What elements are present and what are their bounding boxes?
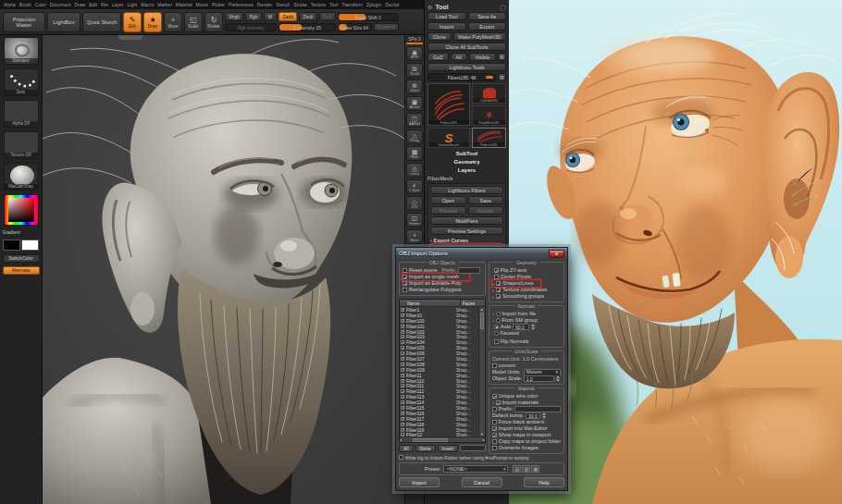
scroll-thumb[interactable]	[480, 313, 484, 329]
selection-field[interactable]	[460, 445, 486, 451]
current-material-thumbnail[interactable]: MatCap Gray	[4, 163, 39, 191]
right-shelf-button[interactable]: + Move	[406, 229, 423, 244]
fibers-preview-button[interactable]: Preview	[430, 206, 466, 215]
dynamic-toggle[interactable]: Dynamic	[374, 23, 399, 31]
section-geometry[interactable]: Geometry	[427, 158, 506, 166]
menu-item[interactable]: Brush	[19, 2, 31, 7]
import-button[interactable]: Import	[427, 22, 466, 31]
make-polymesh3d-button[interactable]: Make PolyMesh3D	[453, 32, 506, 41]
unique-wire-checkbox[interactable]	[492, 394, 497, 399]
import-materials-checkbox[interactable]	[496, 400, 501, 405]
menu-item[interactable]: Zplugin	[366, 2, 381, 7]
zsub-button[interactable]: Zsub	[299, 12, 316, 21]
fibers-accept-button[interactable]: Accept	[468, 206, 504, 215]
zcut-button[interactable]: Zcut	[319, 12, 336, 21]
lightbox-fibers-button[interactable]: Lightbox» Fibers	[430, 186, 503, 194]
right-shelf-button[interactable]: ▣ Actual	[406, 96, 423, 111]
select-all-button[interactable]: All	[399, 445, 414, 452]
select-none-button[interactable]: None	[415, 445, 436, 452]
current-tool-thumbnail[interactable]: Fibers185	[427, 83, 470, 126]
import-confirm-button[interactable]: Import	[399, 477, 440, 487]
color-picker[interactable]	[4, 194, 39, 226]
clone-all-subtools-button[interactable]: Clone All SubTools	[427, 43, 506, 51]
draw-size-slider[interactable]: Draw Size 64	[338, 23, 372, 31]
menu-item[interactable]: Preferences	[229, 2, 254, 7]
object-row-checkbox[interactable]	[401, 406, 404, 410]
object-row-checkbox[interactable]	[401, 368, 404, 372]
object-row-checkbox[interactable]	[401, 433, 404, 436]
column-name[interactable]: Name	[400, 300, 461, 306]
dialog-titlebar[interactable]: OBJ Import Options ✕	[396, 248, 567, 259]
auto-spinner[interactable]	[531, 324, 536, 330]
scale-button[interactable]: ◱ Scale	[184, 12, 203, 32]
right-shelf-button[interactable]: ◉ BPR	[406, 46, 423, 61]
flip-normals-checkbox[interactable]	[494, 339, 499, 344]
object-row-checkbox[interactable]	[401, 389, 404, 393]
import-mat-editor-checkbox[interactable]	[492, 426, 497, 431]
model-units-select[interactable]: Meters▾	[524, 369, 561, 375]
default-bump-spinner[interactable]	[542, 412, 547, 419]
section-subtool[interactable]: SubTool	[427, 150, 506, 158]
tool-polymesh3d[interactable]: ✶ PolyMesh3D	[472, 105, 506, 126]
projection-master-button[interactable]: Projection Master	[3, 12, 45, 32]
edit-button[interactable]: ✎ Edit	[123, 12, 142, 32]
object-row-checkbox[interactable]	[401, 379, 404, 383]
object-row[interactable]: Fiber12 Shap...	[400, 432, 478, 436]
lightbox-button[interactable]: LightBox	[47, 12, 80, 32]
object-row-checkbox[interactable]	[401, 357, 404, 361]
cancel-button[interactable]: Cancel	[462, 477, 502, 487]
fibers-modifiers-button[interactable]: ModiFiers	[430, 216, 503, 225]
shapes-lines-checkbox[interactable]	[496, 281, 501, 286]
move-button[interactable]: + Move	[164, 12, 182, 32]
texture-coords-checkbox[interactable]	[496, 288, 501, 292]
menu-item[interactable]: Alpha	[4, 2, 16, 7]
menu-item[interactable]: Stencil	[276, 2, 290, 7]
menu-item[interactable]: Macro	[141, 2, 154, 7]
current-stroke-thumbnail[interactable]: Dots	[4, 68, 39, 96]
right-shelf-button[interactable]: ◇ XYZ	[406, 196, 423, 211]
menu-item[interactable]: Texture	[311, 2, 326, 7]
menu-item[interactable]: Color	[35, 2, 46, 7]
object-row-checkbox[interactable]	[401, 395, 404, 399]
alternate-button[interactable]: Alternate	[3, 266, 40, 275]
right-shelf-button[interactable]: ⊡ Frame	[406, 213, 423, 227]
right-shelf-button[interactable]: ◎ Local	[406, 163, 423, 178]
right-shelf-button[interactable]: ⊕ Zoom	[406, 80, 423, 94]
list-horizontal-scrollbar[interactable]: ◂ ▸	[400, 436, 485, 442]
list-vertical-scrollbar[interactable]: ▲ ▼	[478, 307, 485, 436]
object-row-checkbox[interactable]	[401, 417, 404, 421]
load-tool-button[interactable]: Load Tool	[427, 12, 466, 20]
scroll-left-icon[interactable]: ◂	[400, 437, 402, 442]
preset-load-icon[interactable]: ▥	[522, 465, 530, 473]
menu-item[interactable]: Draw	[75, 2, 86, 7]
menu-item[interactable]: Tool	[329, 2, 338, 7]
tool-simplebrush[interactable]: S SimpleBrush	[427, 128, 470, 148]
object-row-checkbox[interactable]	[401, 319, 404, 323]
right-shelf-button[interactable]: ▦ Floor	[406, 146, 423, 161]
help-button[interactable]: Help	[524, 477, 564, 487]
preset-select[interactable]: <NONE> ▾	[443, 465, 508, 473]
menu-item[interactable]: Marker	[157, 2, 172, 7]
saturation-square[interactable]	[8, 198, 34, 222]
menu-item[interactable]: Transform	[341, 2, 363, 7]
auto-angle-field[interactable]: 90.0	[513, 324, 529, 330]
show-maps-checkbox[interactable]	[492, 433, 497, 437]
tool-r-button[interactable]: R	[498, 73, 506, 81]
goz-all-button[interactable]: All	[451, 53, 467, 61]
close-button[interactable]: ✕	[549, 250, 564, 258]
section-layers[interactable]: Layers	[427, 166, 506, 175]
save-as-button[interactable]: Save As	[468, 12, 507, 20]
scroll-up-icon[interactable]: ▲	[479, 307, 485, 312]
spix-slider[interactable]: SPix 3	[406, 37, 423, 44]
menu-item[interactable]: Light	[127, 2, 137, 7]
focal-shift-slider[interactable]: Focal Shift 0	[338, 13, 399, 21]
center-pivots-checkbox[interactable]	[494, 275, 499, 279]
document-canvas[interactable]	[43, 35, 404, 504]
menu-item[interactable]: Stroke	[293, 2, 306, 7]
object-row-checkbox[interactable]	[401, 428, 404, 432]
object-row-checkbox[interactable]	[401, 400, 404, 404]
preset-delete-icon[interactable]: ▦	[531, 465, 539, 473]
export-curves-section[interactable]: ▪ Export Curves	[430, 237, 503, 244]
object-scale-spinner[interactable]	[556, 375, 561, 382]
menu-item[interactable]: Zscript	[385, 2, 399, 7]
